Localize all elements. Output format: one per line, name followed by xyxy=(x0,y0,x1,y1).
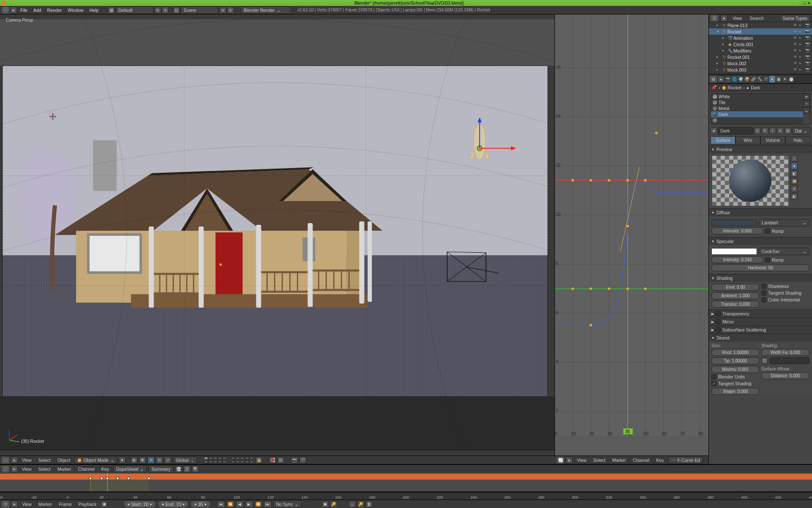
type-volume[interactable]: Volume xyxy=(760,136,785,144)
uv-browse-icon[interactable]: ⊡ xyxy=(761,357,768,364)
material-fake-user[interactable]: F xyxy=(762,127,768,134)
material-remove-button[interactable]: − xyxy=(803,100,810,107)
3d-viewport[interactable]: Camera Persp xyxy=(0,14,555,456)
scene-dropdown[interactable]: Scene xyxy=(181,6,219,14)
shadeless-checkbox[interactable] xyxy=(761,284,766,289)
filter-icon-2[interactable]: ☰ xyxy=(184,466,190,472)
menu-render[interactable]: Render xyxy=(45,7,64,14)
editor-type-timeline-icon[interactable]: ⏱ xyxy=(2,501,9,508)
tab-particles[interactable]: ✦ xyxy=(782,76,788,83)
ambient-field[interactable]: Ambient: 1.000 xyxy=(711,292,760,299)
end-frame-field[interactable]: ◂ End: 70 ▸ xyxy=(158,500,189,508)
start-frame-field[interactable]: ◂ Start: 20 ▸ xyxy=(123,500,156,508)
auto-keyframe-icon[interactable]: ⏺ xyxy=(101,501,107,508)
screen-layout-dropdown[interactable]: Default xyxy=(115,6,154,14)
breadcrumb-material[interactable]: Dark xyxy=(751,85,760,90)
render-engine-dropdown[interactable]: Blender Render⌄ xyxy=(241,6,291,14)
panel-transparency-header[interactable]: ▶Transparency xyxy=(709,309,812,318)
editor-type-outliner-icon[interactable]: ☰ xyxy=(710,15,718,22)
graph-marker-menu[interactable]: Marker xyxy=(610,457,629,464)
view-menu[interactable]: View xyxy=(19,457,34,464)
scene-remove-button[interactable]: × xyxy=(227,7,234,14)
keying-set-icon[interactable]: 🔑 xyxy=(330,501,337,508)
tangent-shading-checkbox[interactable] xyxy=(761,290,766,295)
type-halo[interactable]: Halo xyxy=(785,136,810,144)
outliner-item[interactable]: ▸🎬Animation👁▸📷 xyxy=(709,35,812,41)
diffuse-color[interactable] xyxy=(711,219,757,226)
mode-dropdown[interactable]: ⬣Object Mode⌄ xyxy=(74,456,117,464)
delete-key-button[interactable]: 🗑 xyxy=(366,501,373,508)
preview-flat-icon[interactable]: ○ xyxy=(791,155,798,162)
specular-shader-dropdown[interactable]: CookTorr⌄ xyxy=(759,248,809,255)
jump-start-button[interactable]: ⏮ xyxy=(217,501,225,508)
render-anim-icon[interactable]: 🎬 xyxy=(299,457,306,464)
outliner-item[interactable]: ▸▽block.003👁▸📷 xyxy=(709,66,812,73)
editor-type-graph-icon[interactable]: 📈 xyxy=(557,457,564,464)
material-slot[interactable]: White xyxy=(711,94,803,99)
minimize-button[interactable]: _ xyxy=(799,0,802,6)
material-slot-list[interactable]: WhiteTileMetalDark + − ⌄ xyxy=(710,93,810,124)
strand-tangent-checkbox[interactable] xyxy=(711,381,716,386)
tl-playback-menu[interactable]: Playback xyxy=(76,501,99,508)
diffuse-shader-dropdown[interactable]: Lambert⌄ xyxy=(759,219,809,226)
blender-units-checkbox[interactable] xyxy=(711,374,716,379)
collapse-menus-icon[interactable]: ▸ xyxy=(10,7,17,14)
outliner-item[interactable]: ▸🔧Modifiers👁▸📷 xyxy=(709,47,812,54)
outliner-item[interactable]: ▸▽block.002👁▸📷 xyxy=(709,60,812,66)
layer-buttons[interactable] xyxy=(204,457,227,463)
tl-marker-menu[interactable]: Marker xyxy=(36,501,55,508)
panel-sss-header[interactable]: ▶Subsurface Scattering xyxy=(709,326,812,334)
material-menu-button[interactable]: ⌄ xyxy=(803,107,810,114)
dope-summary-toggle[interactable]: Summary xyxy=(148,465,173,473)
jump-end-button[interactable]: ⏭ xyxy=(264,501,272,508)
tab-physics[interactable]: ⬤ xyxy=(788,76,794,83)
layout-browse-icon[interactable]: ⊞ xyxy=(108,7,115,14)
distance-field[interactable]: Distance: 0.000 xyxy=(761,372,809,379)
panel-strand-header[interactable]: ▼Strand xyxy=(709,334,812,342)
tab-texture[interactable]: ▦ xyxy=(776,76,782,83)
translate-manip-icon[interactable]: ↗ xyxy=(148,457,154,464)
collapse-icon[interactable]: ▸ xyxy=(718,76,724,83)
outliner-view-menu[interactable]: View xyxy=(730,15,745,22)
type-wire[interactable]: Wire xyxy=(735,136,760,144)
menu-file[interactable]: File xyxy=(18,7,30,14)
panel-specular-header[interactable]: ▼Specular xyxy=(709,237,812,245)
maximize-button[interactable]: □ xyxy=(804,0,806,6)
outliner-filter-dropdown[interactable]: Same Types xyxy=(780,14,810,22)
outliner-item[interactable]: ▸▽Rocket.001👁▸📷 xyxy=(709,54,812,60)
object-menu[interactable]: Object xyxy=(55,457,73,464)
pin-icon[interactable]: 📌 xyxy=(711,85,717,90)
graph-editor[interactable]: 01020304050607080 246810121416 35 xyxy=(555,14,708,456)
close-button[interactable]: × xyxy=(808,0,810,6)
specular-ramp-checkbox[interactable] xyxy=(765,257,770,262)
keyframe-prev-button[interactable]: ⏪ xyxy=(227,501,234,508)
material-slot[interactable]: Metal xyxy=(711,105,803,111)
filter-icon-3[interactable]: 🔍 xyxy=(192,466,199,472)
pivot-icon[interactable]: ⊕ xyxy=(131,457,137,464)
dope-select-menu[interactable]: Select xyxy=(36,466,53,472)
tab-data[interactable]: ▽ xyxy=(763,76,769,83)
breadcrumb-object[interactable]: Rocket xyxy=(728,85,742,90)
tab-constraints[interactable]: 🔗 xyxy=(750,76,756,83)
scene-add-button[interactable]: + xyxy=(219,7,226,14)
shading-dropdown[interactable]: ● xyxy=(119,457,126,464)
specular-hardness[interactable]: Hardness: 50 xyxy=(711,264,809,271)
scene-browse-icon[interactable]: 🗋 xyxy=(173,7,180,14)
transparency-checkbox[interactable] xyxy=(716,311,721,316)
material-slot[interactable]: Dark xyxy=(711,111,803,117)
nodes-toggle[interactable]: ⊡ xyxy=(785,127,791,134)
graph-view-menu[interactable]: View xyxy=(574,457,589,464)
collapse-icon[interactable]: ▸ xyxy=(11,457,18,464)
menu-help[interactable]: Help xyxy=(87,7,101,14)
manipulator-toggle[interactable]: ✥ xyxy=(139,457,146,464)
material-slot[interactable]: Tile xyxy=(711,99,803,105)
panel-mirror-header[interactable]: ▶Mirror xyxy=(709,318,812,326)
sync-dropdown[interactable]: No Sync⌄ xyxy=(273,500,302,508)
mirror-checkbox[interactable] xyxy=(716,319,721,324)
specular-intensity[interactable]: Intensity: 0.243 xyxy=(711,256,763,263)
tab-scene[interactable]: 🌐 xyxy=(731,76,737,83)
tab-object[interactable]: 📦 xyxy=(744,76,750,83)
layer-buttons-2[interactable] xyxy=(231,457,254,463)
editor-type-3dview-icon[interactable]: ⬚ xyxy=(2,457,9,464)
play-reverse-button[interactable]: ◀ xyxy=(236,501,244,508)
